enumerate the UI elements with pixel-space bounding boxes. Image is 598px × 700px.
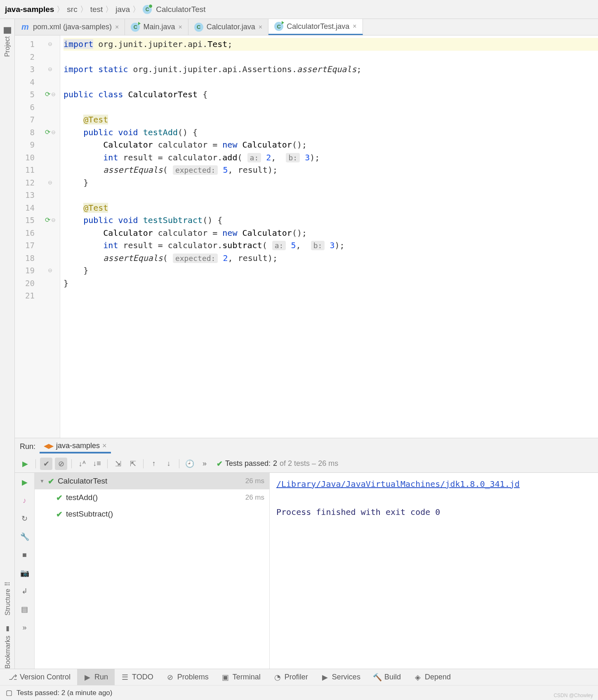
layout-icon[interactable]: ▢ [6,688,12,697]
bookmarks-tool-button[interactable]: Bookmarks ▮ [4,625,12,669]
run-gutter-icon[interactable]: ⟳ [45,88,50,101]
show-passed-button[interactable]: ✔ [40,458,52,470]
run-config-icon: ◀▶ [44,442,54,450]
left-bottom-rail: Structure ⠿ Bookmarks ▮ [0,581,15,669]
test-time: 26 ms [245,477,264,485]
test-tree-row[interactable]: ✔testAdd()26 ms [35,489,269,506]
tool-window-button[interactable]: 🔨Build [367,669,407,685]
toggle-button[interactable]: ↻ [19,513,30,524]
prev-button[interactable]: ↑ [148,458,160,470]
breadcrumb-item[interactable]: java-samples [5,5,54,14]
close-icon[interactable]: × [259,23,262,31]
tool-window-button[interactable]: ⊘Problems [160,669,215,685]
test-tree-row[interactable]: ▼✔CalculatorTest26 ms [35,473,269,489]
run-gutter-icon[interactable]: ⟳ [45,214,50,227]
test-tree-row[interactable]: ✔testSubtract() [35,506,269,522]
editor-tab[interactable]: CMain.java× [125,19,188,35]
editor-tab[interactable]: mpom.xml (java-samples)× [15,19,125,35]
fold-icon[interactable]: ⊖ [48,63,52,76]
run-panel: Run: ◀▶ java-samples × ▶ ✔ ⊘ ↓ᴬ ↓≡ ⇲ ⇱ [15,438,598,669]
tool-window-button[interactable]: ▶Services [315,669,367,685]
run-toolbar: ▶ ✔ ⊘ ↓ᴬ ↓≡ ⇲ ⇱ ↑ ↓ 🕘 » ✔ Tests passed: [15,455,598,473]
tab-label: Calculator.java [207,23,255,31]
tool-label: Build [384,673,401,681]
show-ignored-button[interactable]: ⊘ [55,458,67,470]
sort-duration-button[interactable]: ↓≡ [91,458,103,470]
collapse-button[interactable]: ⇱ [127,458,139,470]
fold-icon[interactable]: ⊖ [48,264,52,277]
test-time: 26 ms [245,493,264,502]
exit-button[interactable]: ↲ [19,586,30,597]
tool-window-button[interactable]: ▣Terminal [215,669,267,685]
editor-tab[interactable]: CCalculatorTest.java× [268,19,363,35]
tool-icon: ◈ [414,674,421,681]
close-icon[interactable]: × [102,442,107,450]
rerun-button[interactable]: ▶ [19,477,30,488]
test-status: ✔ Tests passed: 2 of 2 tests – 26 ms [217,459,338,468]
test-tree[interactable]: ▼✔CalculatorTest26 ms✔testAdd()26 ms✔tes… [35,473,270,669]
jdk-link[interactable]: /Library/Java/JavaVirtualMachines/jdk1.8… [276,479,520,489]
stop-button[interactable]: ■ [19,550,30,560]
settings-button[interactable]: 🔧 [19,531,30,542]
debug-button[interactable]: ♪ [19,495,30,506]
tool-window-button[interactable]: ◔Profiler [267,669,315,685]
structure-tool-button[interactable]: Structure ⠿ [4,581,12,615]
tool-icon: ▣ [222,674,229,681]
next-button[interactable]: ↓ [162,458,175,470]
breadcrumb-item[interactable]: test [90,5,103,14]
breadcrumb-item[interactable]: java [115,5,130,14]
more-button[interactable]: » [19,622,30,633]
fold-icon[interactable]: ⊖ [51,214,56,227]
test-name: testAdd() [66,493,98,502]
fold-icon[interactable]: ⊖ [48,176,52,189]
fold-icon[interactable]: ⊖ [51,126,56,139]
breadcrumb-item[interactable]: src [67,5,77,14]
close-icon[interactable]: × [353,23,356,30]
status-text: Tests passed: 2 (a minute ago) [16,689,112,697]
fold-icon[interactable]: ⊖ [48,38,52,51]
tool-label: Profiler [285,673,308,681]
tool-icon: ▶ [84,674,91,681]
code-area[interactable]: import org.junit.jupiter.api.Test;import… [60,35,598,438]
tool-icon: ☰ [121,674,129,681]
fold-icon[interactable]: ⊖ [51,88,56,101]
dump-button[interactable]: 📷 [19,568,30,578]
maven-icon: m [21,23,30,31]
chevron-down-icon[interactable]: ▼ [40,478,45,484]
run-gutter-icon[interactable]: ⟳ [45,126,50,139]
run-label: Run: [20,442,35,451]
check-icon: ✔ [56,510,63,519]
code-editor[interactable]: 123456789101112131415161718192021 ⊖⊖⟳⊖⟳⊖… [15,35,598,438]
chevron-right-icon: 〉 [105,4,113,15]
tool-window-button[interactable]: ⎇Version Control [2,669,77,685]
exit-text: Process finished with exit code 0 [276,505,591,519]
tool-window-button[interactable]: ☰TODO [115,669,160,685]
check-icon: ✔ [48,477,54,486]
status-prefix: Tests passed: [225,459,271,468]
sort-button[interactable]: ↓ᴬ [76,458,88,470]
bottom-toolbar: ⎇Version Control▶Run☰TODO⊘Problems▣Termi… [0,669,598,685]
tool-window-button[interactable]: ◈Depend [407,669,457,685]
tool-icon: 🔨 [374,674,381,681]
more-button[interactable]: » [198,458,211,470]
rerun-button[interactable]: ▶ [19,458,31,470]
expand-button[interactable]: ⇲ [112,458,124,470]
bookmark-icon: ▮ [4,625,12,633]
history-button[interactable]: 🕘 [184,458,196,470]
tool-label: Terminal [233,673,261,681]
chevron-right-icon: 〉 [57,4,64,15]
tab-label: pom.xml (java-samples) [33,23,112,31]
chevron-right-icon: 〉 [132,4,140,15]
tool-window-button[interactable]: ▶Run [77,669,115,685]
run-config-tab[interactable]: ◀▶ java-samples × [40,440,111,453]
editor-tab[interactable]: CCalculator.java× [188,19,268,35]
close-icon[interactable]: × [178,23,182,31]
close-icon[interactable]: × [115,23,119,31]
class-run-icon: C [131,23,140,32]
layout-button[interactable]: ▤ [19,604,30,615]
tab-label: CalculatorTest.java [287,22,349,31]
breadcrumb-item[interactable]: CalculatorTest [156,5,205,14]
project-tool-button[interactable]: Project [4,27,11,57]
console-output[interactable]: /Library/Java/JavaVirtualMachines/jdk1.8… [270,473,598,669]
class-run-icon: C [274,22,283,31]
